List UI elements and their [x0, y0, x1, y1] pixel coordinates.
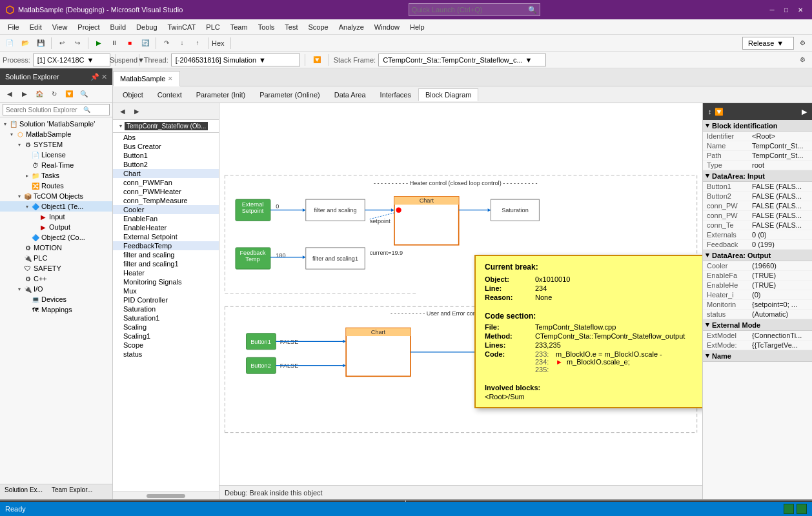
dt-mux[interactable]: Mux — [113, 286, 219, 295]
rp-section-extmode[interactable]: ▾ External Mode — [703, 319, 812, 331]
open-file-button[interactable]: 📂 — [18, 36, 32, 50]
tree-item-output[interactable]: ▶ Output — [0, 222, 112, 232]
stackframe-dropdown[interactable]: CTempContr_Sta::TempContr_Stateflow_c...… — [378, 54, 546, 66]
tree-item-matlabsample[interactable]: ▾ ⬡ MatlabSample — [0, 129, 112, 139]
step-out-button[interactable]: ↑ — [190, 36, 205, 50]
tab-context[interactable]: Context — [150, 88, 189, 101]
menu-item-view[interactable]: View — [47, 22, 73, 32]
se-home-button[interactable]: 🏠 — [32, 86, 46, 101]
suspend-button[interactable]: Suspend ▼ — [120, 53, 134, 67]
tree-item-license[interactable]: 📄 License — [0, 150, 112, 160]
nav-forward-button[interactable]: ▶ — [130, 104, 144, 119]
dt-filter-scaling[interactable]: filter and scaling — [113, 250, 219, 259]
expand-system[interactable]: ▾ — [15, 142, 23, 148]
se-filter-button[interactable]: 🔽 — [62, 86, 76, 101]
tree-item-tasks[interactable]: ▸ 📁 Tasks — [0, 170, 112, 181]
tree-item-object2[interactable]: 🔷 Object2 (Co... — [0, 232, 112, 243]
tree-item-object1[interactable]: ▾ 🔷 Object1 (Te... — [0, 201, 112, 212]
menu-item-tools[interactable]: Tools — [253, 22, 280, 32]
thread-dropdown[interactable]: [-2046531816] Simulation ▼ — [171, 54, 300, 66]
se-forward-button[interactable]: ▶ — [17, 86, 32, 101]
rp-section-input[interactable]: ▾ DataArea: Input — [703, 170, 812, 182]
expand-tasks[interactable]: ▸ — [23, 173, 31, 179]
tab-object[interactable]: Object — [116, 88, 150, 101]
diagram-tree-scrollbar[interactable] — [113, 491, 219, 499]
tree-item-solution[interactable]: ▾ 📋 Solution 'MatlabSample' — [0, 119, 112, 129]
se-close-button[interactable]: ✕ — [101, 73, 107, 81]
dt-abs[interactable]: Abs — [113, 133, 219, 142]
expand-solution[interactable]: ▾ — [1, 121, 9, 127]
tree-item-input[interactable]: ▶ Input — [0, 212, 112, 222]
pause-button[interactable]: ⏸ — [107, 36, 121, 50]
dt-conn-pwmfan[interactable]: conn_PWMFan — [113, 178, 219, 187]
tree-item-plc[interactable]: 🔌 PLC — [0, 253, 112, 263]
start-debug-button[interactable]: ▶ — [92, 36, 106, 50]
menu-item-edit[interactable]: Edit — [25, 22, 47, 32]
dt-buscreator[interactable]: Bus Creator — [113, 142, 219, 151]
dt-heater[interactable]: Heater — [113, 268, 219, 277]
menu-item-file[interactable]: File — [3, 22, 25, 32]
undo-button[interactable]: ↩ — [55, 36, 69, 50]
tree-item-io[interactable]: ▾ 🔌 I/O — [0, 284, 112, 294]
se-search-input-container[interactable]: 🔍 — [3, 104, 110, 115]
expand-tccom[interactable]: ▾ — [15, 194, 23, 199]
new-file-button[interactable]: 📄 — [3, 36, 17, 50]
expand-matlabsample[interactable]: ▾ — [8, 132, 15, 137]
menu-item-window[interactable]: Window — [369, 22, 405, 32]
menu-item-project[interactable]: Project — [72, 22, 105, 32]
dt-enablefan[interactable]: EnableFan — [113, 214, 219, 223]
dt-extsetpoint[interactable]: External Setpoint — [113, 232, 219, 241]
menu-item-scope[interactable]: Scope — [303, 22, 334, 32]
expand-selected[interactable]: ▾ — [117, 123, 125, 129]
stop-button[interactable]: ■ — [123, 36, 137, 50]
tree-item-mappings[interactable]: 🗺 Mappings — [0, 304, 112, 315]
release-dropdown[interactable]: Release ▼ — [742, 37, 794, 50]
menu-item-debug[interactable]: Debug — [131, 22, 162, 32]
menu-item-test[interactable]: Test — [279, 22, 303, 32]
se-refresh-button[interactable]: ↻ — [47, 86, 61, 101]
restart-button[interactable]: 🔄 — [138, 36, 152, 50]
tab-interfaces[interactable]: Interfaces — [373, 88, 418, 101]
tree-item-realtime[interactable]: ⏱ Real-Time — [0, 160, 112, 170]
tree-item-routes[interactable]: 🔀 Routes — [0, 181, 112, 191]
dt-button2[interactable]: Button2 — [113, 160, 219, 169]
dt-scaling[interactable]: Scaling — [113, 322, 219, 332]
se-back-button[interactable]: ◀ — [3, 86, 17, 101]
process-dropdown[interactable]: [1] CX-12418C ▼ — [33, 54, 110, 66]
nav-back-button[interactable]: ◀ — [116, 104, 130, 119]
menu-item-build[interactable]: Build — [105, 22, 131, 32]
dt-monitoring[interactable]: Monitoring Signals — [113, 277, 219, 286]
quick-launch[interactable]: 🔍 — [409, 3, 540, 16]
config-button[interactable]: ⚙ — [795, 36, 809, 50]
tab-data-area[interactable]: Data Area — [327, 88, 373, 101]
diagram-selected-item[interactable]: ▾ TempContr_Stateflow (Ob... — [113, 120, 219, 133]
toolbar-options-button[interactable]: ⚙ — [795, 53, 809, 67]
tree-item-tccom[interactable]: ▾ 📦 TcCOM Objects — [0, 191, 112, 201]
dt-conn-pwmheater[interactable]: conn_PWMHeater — [113, 187, 219, 196]
quick-launch-input[interactable] — [412, 6, 528, 14]
se-search-input[interactable] — [6, 106, 83, 114]
rp-section-name[interactable]: ▾ Name — [703, 350, 812, 362]
minimize-button[interactable]: ─ — [766, 3, 778, 16]
menu-item-analyze[interactable]: Analyze — [334, 22, 369, 32]
se-pin-button[interactable]: 📌 — [90, 73, 99, 81]
rp-section-output[interactable]: ▾ DataArea: Output — [703, 250, 812, 261]
dt-conn-tempmeasure[interactable]: conn_TempMeasure — [113, 196, 219, 205]
dt-saturation[interactable]: Saturation — [113, 304, 219, 313]
team-explorer-tab[interactable]: Team Explor... — [47, 484, 97, 499]
dt-enableheater[interactable]: EnableHeater — [113, 223, 219, 232]
dt-cooler[interactable]: Cooler — [113, 205, 219, 214]
dt-scaling1[interactable]: Scaling1 — [113, 332, 219, 341]
dt-chart[interactable]: Chart — [113, 169, 219, 178]
dt-pid[interactable]: PID Controller — [113, 295, 219, 304]
dt-feedbacktemp[interactable]: FeedbackTemp — [113, 241, 219, 250]
tree-item-motion[interactable]: ⚙ MOTION — [0, 243, 112, 253]
step-into-button[interactable]: ↓ — [175, 36, 189, 50]
dt-button1[interactable]: Button1 — [113, 151, 219, 160]
dt-filter-scaling1[interactable]: filter and scaling1 — [113, 259, 219, 268]
close-button[interactable]: ✕ — [794, 3, 807, 16]
menu-item-twincat[interactable]: TwinCAT — [163, 22, 201, 32]
editor-tab-matlabsample[interactable]: MatlabSample ✕ — [113, 71, 180, 86]
tree-item-system[interactable]: ▾ ⚙ SYSTEM — [0, 139, 112, 150]
menu-item-help[interactable]: Help — [405, 22, 430, 32]
